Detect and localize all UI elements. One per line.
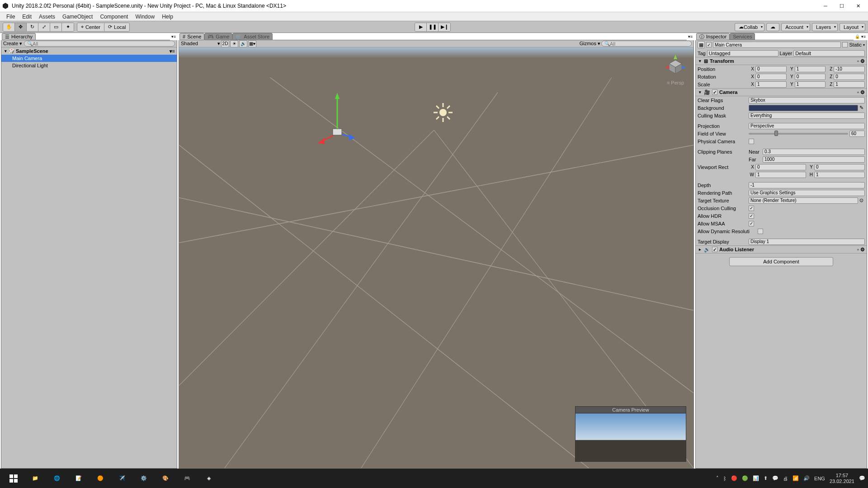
pivot-button[interactable]: ⌖ Center: [77, 23, 104, 31]
game-tab[interactable]: 🎮 Game: [204, 33, 232, 40]
unity-taskbar-icon[interactable]: ◈: [198, 469, 220, 488]
gizmos-dropdown[interactable]: Gizmos ▾: [580, 41, 600, 47]
multi-tool[interactable]: ✦: [62, 23, 74, 31]
tray-icon[interactable]: 🟢: [742, 475, 748, 481]
services-tab[interactable]: Services: [730, 33, 755, 40]
clock[interactable]: 17:5723.02.2021: [830, 473, 854, 484]
hierarchy-item-camera[interactable]: Main Camera: [1, 55, 177, 62]
notifications-icon[interactable]: 💬: [859, 475, 865, 481]
rect-tool[interactable]: ▭: [50, 23, 62, 31]
tray-icon[interactable]: 🖨: [783, 476, 788, 481]
explorer-icon[interactable]: 📁: [24, 469, 46, 488]
blender-icon[interactable]: 🟠: [90, 469, 111, 488]
bluetooth-icon[interactable]: ᛒ: [723, 476, 726, 481]
language-indicator[interactable]: ENG: [814, 476, 825, 481]
rotate-tool[interactable]: ↻: [27, 23, 38, 31]
inspector-tab[interactable]: ⓘ Inspector: [696, 33, 730, 40]
target-texture-field[interactable]: None (Render Texture): [749, 197, 858, 204]
hierarchy-create[interactable]: Create ▾: [3, 41, 22, 47]
move-gizmo[interactable]: [315, 88, 360, 156]
scene-root[interactable]: ▾🎲 SampleScene▾≡: [1, 47, 177, 55]
tray-icon[interactable]: 🔴: [731, 475, 737, 481]
paint-icon[interactable]: 🎨: [155, 469, 176, 488]
gameobject-name-field[interactable]: Main Camera: [713, 42, 841, 48]
menu-file[interactable]: File: [3, 14, 19, 20]
scene-search[interactable]: 🔍All: [601, 41, 692, 47]
tray-icon[interactable]: ⬆: [764, 475, 768, 481]
menu-gameobject[interactable]: GameObject: [59, 14, 96, 20]
menu-edit[interactable]: Edit: [19, 14, 35, 20]
physical-camera-toggle[interactable]: [749, 139, 754, 144]
hierarchy-panel: ☰ Hierarchy▾≡ Create ▾ 🔍All ▾🎲 SampleSce…: [1, 33, 177, 469]
hierarchy-item-light[interactable]: Directional Light: [1, 62, 177, 69]
start-button[interactable]: [3, 469, 24, 488]
hierarchy-tab[interactable]: ☰ Hierarchy: [2, 33, 36, 40]
scene-viewport[interactable]: ≡ Persp Camera Preview: [179, 47, 693, 468]
epic-icon[interactable]: 🎮: [176, 469, 198, 488]
menu-window[interactable]: Window: [132, 14, 158, 20]
tray-icon[interactable]: 💬: [772, 475, 778, 481]
camera-header[interactable]: ▾🎥 Camera▫ ⚙: [696, 88, 867, 96]
tray-icon[interactable]: 📊: [753, 475, 759, 481]
layout-dropdown[interactable]: Layout: [840, 23, 865, 31]
account-dropdown[interactable]: Account: [781, 23, 810, 31]
hdr-toggle[interactable]: [749, 213, 754, 219]
light-toggle[interactable]: ☀: [230, 40, 238, 47]
audio-listener-header[interactable]: ▸🔊 Audio Listener▫ ⚙: [696, 245, 867, 253]
step-button[interactable]: ▶❙: [439, 23, 450, 31]
fx-toggle[interactable]: ▦▾: [248, 40, 256, 47]
layers-dropdown[interactable]: Layers: [812, 23, 838, 31]
move-tool[interactable]: ✥: [15, 23, 27, 31]
cloud-button[interactable]: ☁: [766, 23, 779, 31]
target-display-dropdown[interactable]: Display 1: [749, 239, 865, 245]
telegram-icon[interactable]: ✈️: [111, 469, 133, 488]
settings-icon[interactable]: ⚙️: [133, 469, 155, 488]
close-button[interactable]: ✕: [850, 1, 866, 11]
tray-overflow[interactable]: ˄: [716, 475, 719, 481]
scene-tab[interactable]: # Scene: [179, 33, 204, 40]
svg-marker-30: [665, 66, 669, 69]
main-toolbar: ✋ ✥ ↻ ⤢ ▭ ✦ ⌖ Center ⟳ Local ▶ ❚❚ ▶❙ ☁ C…: [0, 21, 868, 33]
tag-dropdown[interactable]: Untagged: [707, 50, 778, 56]
maximize-button[interactable]: ☐: [834, 1, 850, 11]
asset-store-tab[interactable]: 🛒 Asset Store: [232, 33, 273, 40]
svg-rect-34: [14, 479, 18, 483]
occlusion-toggle[interactable]: [749, 206, 754, 211]
view-cube[interactable]: ≡ Persp: [662, 52, 689, 85]
clear-flags-dropdown[interactable]: Skybox: [749, 97, 865, 103]
menu-assets[interactable]: Assets: [35, 14, 59, 20]
msaa-toggle[interactable]: [749, 221, 754, 226]
projection-dropdown[interactable]: Perspective: [749, 123, 865, 129]
rendering-path-dropdown[interactable]: Use Graphics Settings: [749, 190, 865, 196]
add-component-button[interactable]: Add Component: [729, 257, 833, 266]
scale-tool[interactable]: ⤢: [38, 23, 50, 31]
handle-button[interactable]: ⟳ Local: [104, 23, 129, 31]
svg-marker-10: [335, 93, 340, 99]
transform-header[interactable]: ▾⊞ Transform▫ ⚙: [696, 57, 867, 65]
svg-point-16: [439, 109, 447, 116]
chrome-icon[interactable]: 🌐: [46, 469, 68, 488]
static-toggle[interactable]: [842, 42, 848, 47]
layer-dropdown[interactable]: Default: [793, 50, 865, 56]
wifi-icon[interactable]: 📶: [793, 475, 799, 481]
svg-line-21: [436, 106, 439, 108]
pause-button[interactable]: ❚❚: [427, 23, 439, 31]
fov-slider[interactable]: [749, 133, 848, 135]
culling-dropdown[interactable]: Everything: [749, 113, 865, 119]
play-button[interactable]: ▶: [415, 23, 427, 31]
shading-dropdown[interactable]: Shaded ▾: [181, 41, 220, 47]
menu-component[interactable]: Component: [96, 14, 132, 20]
gameobject-active-toggle[interactable]: [706, 42, 712, 47]
2d-toggle[interactable]: 2D: [221, 40, 229, 47]
audio-toggle[interactable]: 🔊: [239, 40, 247, 47]
notes-icon[interactable]: 📝: [68, 469, 90, 488]
background-color[interactable]: [749, 105, 858, 111]
hand-tool[interactable]: ✋: [3, 23, 15, 31]
svg-line-3: [179, 130, 434, 385]
collab-dropdown[interactable]: ☁ Collab: [735, 23, 764, 31]
volume-icon[interactable]: 🔊: [803, 475, 810, 481]
hierarchy-search[interactable]: 🔍All: [24, 41, 175, 47]
dynres-toggle[interactable]: [758, 229, 763, 234]
menu-help[interactable]: Help: [158, 14, 177, 20]
minimize-button[interactable]: ─: [817, 1, 834, 11]
